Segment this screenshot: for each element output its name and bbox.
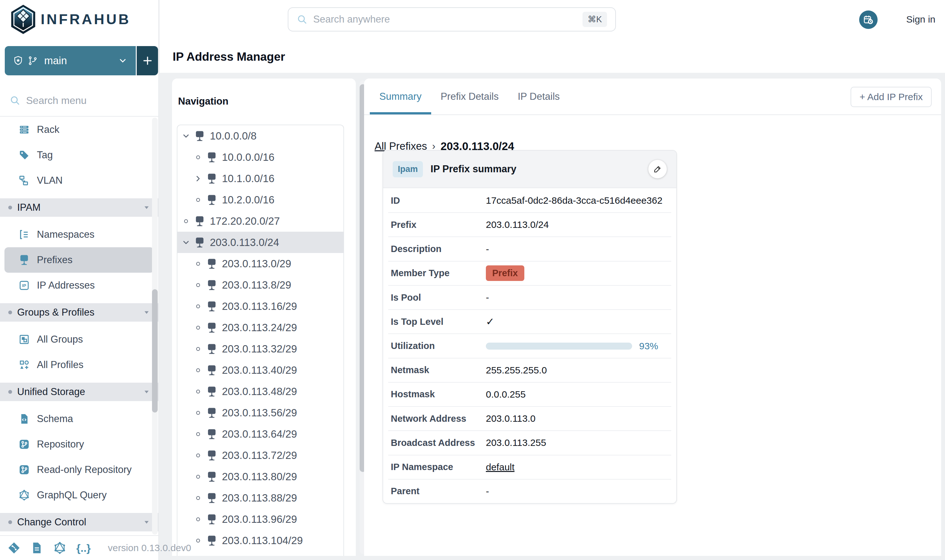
tree-row[interactable]: IP203.0.113.80/29	[177, 466, 344, 487]
sidebar-item-repository[interactable]: Repository	[5, 432, 154, 457]
section-label: IPAM	[17, 202, 41, 213]
branch-selector-main[interactable]: main	[5, 46, 136, 75]
ipam-badge: Ipam	[393, 161, 423, 177]
sidebar-section-change-control[interactable]: Change Control	[0, 513, 158, 531]
circle-icon[interactable]	[193, 325, 203, 330]
sidebar-item-prefixes[interactable]: IPPrefixes	[5, 247, 154, 273]
row-value: 203.0.113.0	[486, 413, 535, 424]
sidebar-item-all-groups[interactable]: All Groups	[5, 327, 154, 352]
tree-row[interactable]: IP203.0.113.8/29	[177, 274, 344, 295]
chevron-down-icon[interactable]	[180, 238, 191, 247]
tree-row[interactable]: IP203.0.113.24/29	[177, 317, 344, 338]
sidebar-search-input[interactable]	[26, 95, 149, 106]
utilization-bar	[486, 343, 632, 349]
tree-row[interactable]: IP10.2.0.0/16	[177, 189, 344, 211]
tree-row[interactable]: IP203.0.113.40/29	[177, 360, 344, 381]
circle-icon[interactable]	[193, 432, 203, 437]
sidebar-item-tag[interactable]: Tag	[5, 142, 154, 168]
sidebar-item-graphql-query[interactable]: GraphQL Query	[5, 482, 154, 508]
swagger-braces-icon[interactable]: {..}	[76, 542, 91, 554]
tree-row[interactable]: IP10.0.0.0/16	[177, 146, 344, 168]
tab-ip-details[interactable]: IP Details	[508, 78, 569, 114]
tree-row[interactable]: IP172.20.20.0/27	[177, 211, 344, 232]
tree-row[interactable]: IP203.0.113.88/29	[177, 487, 344, 509]
tree-row[interactable]: IP203.0.113.0/29	[177, 253, 344, 274]
sidebar-section-ipam[interactable]: IPAM	[0, 198, 158, 217]
add-ip-prefix-button[interactable]: + Add IP Prefix	[851, 87, 932, 107]
sidebar-item-read-only-repository[interactable]: Read-only Repository	[5, 457, 154, 482]
circle-icon[interactable]	[193, 410, 203, 415]
tree-row[interactable]: IP203.0.113.16/29	[177, 295, 344, 317]
tree-item-label: 203.0.113.8/29	[222, 279, 291, 291]
sidebar-section-unified-storage[interactable]: Unified Storage	[0, 383, 158, 401]
tree-row[interactable]: IP203.0.113.64/29	[177, 423, 344, 445]
tree-row[interactable]: IP203.0.113.104/29	[177, 530, 344, 551]
infrahub-logo-icon	[11, 5, 35, 34]
ip-prefix-icon: IP	[206, 194, 217, 206]
tree-row[interactable]: IP203.0.113.32/29	[177, 338, 344, 360]
circle-icon[interactable]	[193, 197, 203, 202]
sidebar-item-namespaces[interactable]: Namespaces	[5, 222, 154, 247]
branch-selector[interactable]: main	[5, 46, 158, 75]
global-search-input[interactable]	[313, 14, 577, 25]
sidebar-section-groups-profiles[interactable]: Groups & Profiles	[0, 303, 158, 322]
tree-row[interactable]: IP203.0.113.56/29	[177, 402, 344, 423]
circle-icon[interactable]	[193, 517, 203, 522]
svg-text:IP: IP	[23, 256, 26, 260]
sidebar-item-label: Namespaces	[37, 229, 94, 240]
summary-row-utilization: Utilization93%	[388, 333, 671, 358]
circle-icon[interactable]	[193, 538, 203, 543]
circle-icon[interactable]	[193, 346, 203, 352]
shield-star-icon	[13, 55, 23, 66]
circle-icon[interactable]	[193, 474, 203, 479]
edit-button[interactable]	[648, 160, 667, 178]
namespace-link[interactable]: default	[486, 462, 515, 472]
tab-prefix-details[interactable]: Prefix Details	[431, 78, 509, 114]
tree-item-label: 203.0.113.64/29	[222, 428, 297, 440]
time-travel-button[interactable]	[859, 11, 877, 29]
tree-row[interactable]: IP10.0.0.0/8	[177, 125, 344, 146]
sidebar-scrollbar-thumb[interactable]	[152, 289, 158, 412]
circle-icon[interactable]	[193, 389, 203, 394]
tree-row[interactable]: IP203.0.113.112/29	[177, 551, 344, 556]
circle-icon[interactable]	[193, 368, 203, 373]
circle-icon[interactable]	[180, 218, 191, 224]
sidebar-item-schema[interactable]: Schema	[5, 406, 154, 432]
tab-summary[interactable]: Summary	[370, 78, 431, 114]
circle-icon[interactable]	[193, 261, 203, 266]
tree-row[interactable]: IP203.0.113.0/24	[177, 232, 344, 253]
tree-row[interactable]: IP203.0.113.48/29	[177, 381, 344, 402]
circle-icon[interactable]	[193, 453, 203, 458]
sign-in-button[interactable]: Sign in	[906, 14, 936, 25]
sidebar-item-ip-addresses[interactable]: IPIP Addresses	[5, 273, 154, 298]
create-branch-button[interactable]	[136, 46, 158, 75]
circle-icon[interactable]	[193, 304, 203, 309]
chevron-right-icon[interactable]	[193, 174, 203, 183]
tree-row[interactable]: IP203.0.113.72/29	[177, 445, 344, 466]
svg-text:IP: IP	[210, 388, 213, 392]
sidebar-item-rack[interactable]: Rack	[5, 117, 154, 142]
sidebar-item-label: All Groups	[37, 334, 83, 345]
repository-icon	[18, 438, 30, 450]
circle-icon[interactable]	[193, 495, 203, 501]
sidebar-item-vlan[interactable]: VLAN	[5, 168, 154, 193]
graphql-icon[interactable]	[53, 542, 66, 554]
ip-prefix-icon: IP	[206, 386, 217, 397]
navigation-title: Navigation	[178, 96, 228, 107]
summary-row-network-address: Network Address203.0.113.0	[388, 406, 671, 430]
circle-icon[interactable]	[193, 155, 203, 160]
svg-text:IP: IP	[210, 409, 213, 413]
git-icon[interactable]	[8, 542, 20, 554]
row-label: Parent	[388, 486, 486, 497]
logo[interactable]: INFRAHUB	[11, 5, 131, 34]
sidebar-item-all-profiles[interactable]: All Profiles	[5, 352, 154, 378]
chevron-down-icon[interactable]	[180, 132, 191, 140]
caret-down-icon	[143, 388, 150, 395]
circle-icon[interactable]	[193, 283, 203, 288]
tree-item-label: 203.0.113.112/29	[222, 556, 302, 556]
ip-prefix-icon: IP	[206, 152, 217, 163]
tree-row[interactable]: IP10.1.0.0/16	[177, 168, 344, 189]
tree-row[interactable]: IP203.0.113.96/29	[177, 509, 344, 530]
docs-icon[interactable]	[31, 542, 43, 554]
content-area: Navigation IP10.0.0.0/8IP10.0.0.0/16IP10…	[160, 73, 945, 560]
